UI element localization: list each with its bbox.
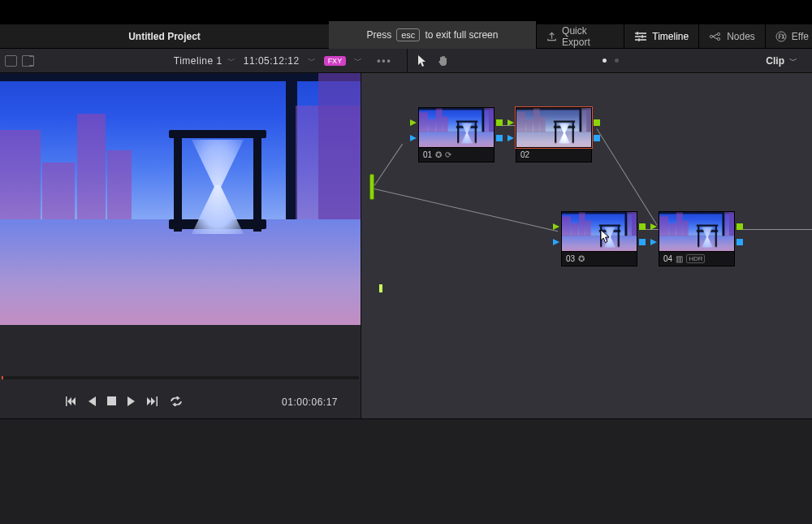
project-title: Untitled Project: [0, 31, 329, 42]
chevron-down-icon: ﹀: [789, 55, 797, 67]
play-button[interactable]: [127, 396, 136, 409]
quick-export-label: Quick Export: [562, 25, 614, 48]
quick-export-button[interactable]: Quick Export: [536, 24, 624, 49]
esc-key-icon: esc: [396, 28, 420, 41]
fxy-badge[interactable]: FXY: [324, 56, 347, 66]
loop-button[interactable]: [170, 396, 183, 409]
fs-hint-pre: Press: [367, 29, 392, 41]
chevron-down-icon[interactable]: ﹀: [354, 55, 362, 67]
pager-dot-active: [603, 58, 607, 63]
svg-rect-7: [107, 396, 116, 405]
transport-controls: 01:00:06:17: [0, 386, 361, 418]
fullscreen-hint: Press esc to exit full screen: [329, 21, 536, 49]
app-header: Untitled Project Press esc to exit full …: [0, 24, 812, 49]
timeline-button[interactable]: Timeline: [624, 24, 698, 49]
svg-point-4: [718, 32, 720, 35]
port-key-in[interactable]: [650, 239, 657, 245]
clip-timecode[interactable]: 01:00:06:17: [282, 396, 338, 408]
node-hdr-icon: HDR: [686, 254, 705, 263]
more-menu-button[interactable]: •••: [370, 55, 399, 67]
node-cloud-icon: ⟳: [445, 150, 451, 159]
color-node-04[interactable]: 04▥HDR: [659, 211, 735, 266]
timeline-selector[interactable]: Timeline 1 ﹀: [174, 55, 244, 67]
svg-point-2: [638, 38, 641, 41]
port-video-out[interactable]: [639, 223, 646, 230]
svg-point-3: [710, 35, 713, 37]
timeline-name-label: Timeline 1: [174, 55, 222, 67]
viewer-image[interactable]: [0, 73, 361, 325]
svg-point-5: [718, 37, 720, 40]
color-node-01[interactable]: 01✪⟳: [418, 107, 495, 162]
step-back-button[interactable]: [88, 396, 96, 409]
port-key-out[interactable]: [594, 135, 600, 141]
node-number: 04: [663, 254, 672, 263]
port-key-out[interactable]: [496, 135, 503, 141]
effects-button[interactable]: Effe: [765, 24, 812, 49]
stop-button[interactable]: [107, 396, 116, 408]
viewer-scrub-bar[interactable]: [2, 376, 359, 379]
port-video-in[interactable]: [553, 223, 559, 230]
nodes-label: Nodes: [727, 31, 755, 42]
node-badge-icon: ✪: [578, 254, 585, 263]
node-graph-panel[interactable]: 01✪⟳ 02 03✪ 04▥HDR: [361, 73, 812, 418]
edge-n4-out: [740, 229, 812, 230]
main-area: 01:00:06:17 01✪⟳ 02: [0, 73, 812, 418]
node-number: 01: [423, 150, 432, 159]
chevron-down-icon: ﹀: [227, 55, 235, 67]
nodes-button[interactable]: Nodes: [698, 24, 765, 49]
hand-tool-icon[interactable]: [437, 54, 450, 67]
port-video-out[interactable]: [594, 119, 600, 126]
port-video-out[interactable]: [736, 223, 743, 230]
node-number: 03: [566, 254, 575, 263]
color-node-03[interactable]: 03✪: [561, 211, 637, 266]
port-video-in[interactable]: [410, 119, 417, 126]
mouse-cursor-icon: [600, 229, 611, 244]
view-mode-icons: [0, 55, 39, 67]
port-key-in[interactable]: [553, 239, 559, 245]
node-badge-icon: ✪: [435, 150, 442, 159]
skip-start-button[interactable]: [65, 396, 76, 409]
port-video-out[interactable]: [496, 119, 503, 126]
timeline-icon: [634, 32, 647, 41]
fs-hint-post: to exit full screen: [425, 29, 498, 41]
clip-scope-selector[interactable]: Clip ﹀: [766, 55, 812, 67]
edge-src-n1: [374, 144, 403, 186]
node-number: 02: [520, 150, 529, 159]
edge-src-n3: [374, 188, 558, 232]
color-node-02[interactable]: 02: [516, 107, 592, 162]
nodes-icon: [709, 32, 722, 41]
node-bars-icon: ▥: [676, 254, 683, 263]
source-input-bar[interactable]: [369, 174, 374, 200]
sub-toolbar: Timeline 1 ﹀ 11:05:12:12 ﹀ FXY ﹀ ••• Cli…: [0, 49, 812, 73]
pointer-tool-icon[interactable]: [416, 54, 429, 67]
port-key-in[interactable]: [410, 135, 417, 141]
toolbar-divider: [407, 49, 408, 73]
fx-icon: [775, 31, 787, 42]
svg-point-0: [637, 32, 639, 34]
svg-point-1: [641, 35, 644, 37]
master-timecode[interactable]: 11:05:12:12: [244, 55, 300, 67]
view-split-icon[interactable]: [22, 55, 34, 67]
skip-end-button[interactable]: [147, 396, 158, 409]
timeline-label: Timeline: [652, 31, 689, 42]
port-key-out[interactable]: [639, 239, 646, 245]
viewer-scene-illustration: [0, 73, 361, 325]
viewer-panel: 01:00:06:17: [0, 73, 361, 418]
effects-label: Effe: [792, 31, 809, 42]
chevron-down-icon[interactable]: ﹀: [308, 55, 316, 67]
view-grid-icon[interactable]: [5, 55, 17, 67]
node-graph-pager[interactable]: [590, 58, 632, 63]
pager-dot: [615, 58, 619, 63]
port-key-out[interactable]: [736, 239, 743, 245]
upload-icon: [546, 31, 557, 42]
bottom-panel: [0, 418, 812, 524]
header-right-menu: Quick Export Timeline Nodes Effe: [536, 24, 812, 48]
port-key-in[interactable]: [508, 135, 514, 141]
clip-scope-label: Clip: [766, 55, 784, 67]
